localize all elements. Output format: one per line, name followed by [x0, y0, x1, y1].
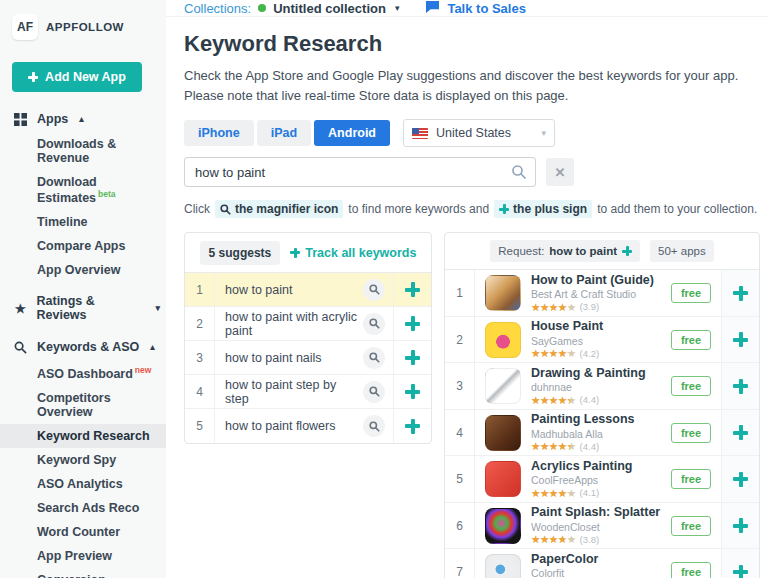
sidebar-item-conversion-benchmark[interactable]: Conversion Benchmark [0, 568, 166, 578]
add-keyword-button[interactable] [393, 409, 431, 443]
price-button[interactable]: free [671, 516, 711, 536]
topbar: Collections: Untitled collection ▾ Talk … [166, 0, 768, 17]
star-rating: ★★★★★★★★★★ [531, 488, 576, 500]
sidebar-item-keyword-research[interactable]: Keyword Research [0, 424, 166, 448]
add-app-button[interactable] [721, 410, 759, 456]
star-icon: ★ [13, 301, 27, 316]
description-line-2: Please note that live real-time Store da… [184, 86, 768, 106]
sidebar-item-timeline[interactable]: Timeline [0, 210, 166, 234]
add-app-button[interactable] [721, 270, 759, 316]
magnifier-icon [369, 352, 380, 363]
app-row: 7 PaperColor Colorfit ★★★★★★★★★★ (4.1) f… [445, 549, 759, 578]
sidebar-item-downloads-revenue[interactable]: Downloads & Revenue [0, 132, 166, 170]
sidebar-item-compare-apps[interactable]: Compare Apps [0, 234, 166, 258]
price-button[interactable]: free [671, 330, 711, 350]
plus-icon [28, 72, 38, 82]
add-keyword-button[interactable] [393, 341, 431, 374]
sidebar-item-search-ads-reco[interactable]: Search Ads Reco [0, 496, 166, 520]
sidebar: AF APPFOLLOW Add New App Apps ▴ Download… [0, 0, 166, 578]
app-developer: CoolFreeApps [531, 474, 661, 487]
tab-android[interactable]: Android [314, 120, 390, 146]
sidebar-item-keywords-aso[interactable]: Keywords & ASO ▴ [0, 334, 166, 360]
plus-icon [733, 379, 748, 394]
keyword-search-input[interactable] [184, 157, 536, 187]
sidebar-item-app-preview[interactable]: App Preview [0, 544, 166, 568]
sidebar-item-keyword-spy[interactable]: Keyword Spy [0, 448, 166, 472]
tab-ipad[interactable]: iPad [257, 120, 311, 146]
app-icon [485, 554, 521, 578]
apps-count-badge: 50+ apps [650, 240, 714, 262]
add-keyword-button[interactable] [393, 273, 431, 306]
add-app-button[interactable] [721, 317, 759, 363]
app-name[interactable]: Drawing & Painting [531, 366, 661, 382]
country-select[interactable]: United States ▾ [403, 119, 555, 147]
sidebar-item-competitors-overview[interactable]: Competitors Overview [0, 386, 166, 424]
sidebar-item-download-estimates[interactable]: Download Estimatesbeta [0, 170, 166, 210]
app-name[interactable]: Paint Splash: Splatter Art, Draw, Color [531, 505, 661, 521]
us-flag-icon [412, 128, 428, 139]
app-developer: Madhubala Alla [531, 428, 661, 441]
sidebar-item-aso-analytics[interactable]: ASO Analytics [0, 472, 166, 496]
sidebar-item-ratings-reviews[interactable]: ★ Ratings & Reviews ▾ [0, 288, 166, 328]
search-keyword-button[interactable] [363, 347, 385, 369]
plus-icon [290, 248, 300, 258]
row-number: 4 [185, 375, 215, 408]
beta-tag: beta [98, 189, 115, 199]
app-icon [485, 415, 521, 451]
rating-value: (3.8) [580, 534, 600, 546]
plus-icon [733, 472, 748, 487]
sidebar-item-aso-dashboard[interactable]: ASO Dashboardnew [0, 360, 166, 386]
talk-to-sales-link[interactable]: Talk to Sales [425, 0, 526, 16]
plus-icon [405, 419, 420, 434]
add-app-button[interactable] [721, 363, 759, 409]
brand-logo[interactable]: AF APPFOLLOW [0, 10, 166, 44]
row-number: 1 [445, 270, 475, 316]
add-new-app-button[interactable]: Add New App [12, 62, 142, 92]
search-keyword-button[interactable] [363, 279, 385, 301]
tab-iphone[interactable]: iPhone [184, 120, 254, 146]
star-rating: ★★★★★★★★★★ [531, 302, 576, 314]
talk-to-sales-label: Talk to Sales [447, 1, 526, 16]
app-row: 4 Painting Lessons Madhubala Alla ★★★★★★… [445, 410, 759, 457]
panels: 5 suggests Track all keywords 1 how to p… [184, 232, 768, 578]
clear-search-button[interactable]: ✕ [546, 158, 574, 186]
request-badge[interactable]: Request: how to paint [490, 240, 640, 262]
add-app-button[interactable] [721, 456, 759, 502]
star-rating: ★★★★★★★★★★ [531, 534, 576, 546]
plus-icon [405, 384, 420, 399]
suggests-panel: 5 suggests Track all keywords 1 how to p… [184, 232, 432, 444]
app-name[interactable]: Painting Lessons [531, 412, 661, 428]
magnifier-icon [369, 284, 380, 295]
app-name[interactable]: House Paint [531, 319, 661, 335]
search-keyword-button[interactable] [363, 415, 385, 437]
price-button[interactable]: free [671, 562, 711, 578]
magnifier-icon [369, 318, 380, 329]
track-all-keywords-button[interactable]: Track all keywords [290, 246, 416, 260]
suggests-count-badge: 5 suggests [200, 241, 281, 265]
price-button[interactable]: free [671, 376, 711, 396]
search-icon [511, 164, 527, 180]
row-number: 2 [185, 307, 215, 340]
sidebar-item-word-counter[interactable]: Word Counter [0, 520, 166, 544]
add-app-button[interactable] [721, 549, 759, 578]
add-app-button[interactable] [721, 503, 759, 549]
price-button[interactable]: free [671, 423, 711, 443]
add-keyword-button[interactable] [393, 307, 431, 340]
app-info: PaperColor Colorfit ★★★★★★★★★★ (4.1) [531, 552, 661, 578]
collections-selector[interactable]: Collections: Untitled collection ▾ [184, 1, 399, 16]
search-keyword-button[interactable] [363, 313, 385, 335]
star-rating: ★★★★★★★★★★ [531, 441, 576, 453]
add-keyword-button[interactable] [393, 375, 431, 408]
price-button[interactable]: free [671, 469, 711, 489]
keyword-text: how to paint flowers [215, 419, 363, 433]
search-keyword-button[interactable] [363, 381, 385, 403]
price-button[interactable]: free [671, 283, 711, 303]
app-info: House Paint SayGames ★★★★★★★★★★ (4.2) [531, 319, 661, 360]
sidebar-item-apps[interactable]: Apps ▴ [0, 106, 166, 132]
sidebar-item-app-overview[interactable]: App Overview [0, 258, 166, 282]
app-developer: Best Art & Craft Studio [531, 288, 661, 301]
app-name[interactable]: How to Paint (Guide) [531, 273, 661, 289]
app-name[interactable]: Acrylics Painting [531, 459, 661, 475]
app-name[interactable]: PaperColor [531, 552, 661, 568]
app-info: Paint Splash: Splatter Art, Draw, Color … [531, 505, 661, 546]
